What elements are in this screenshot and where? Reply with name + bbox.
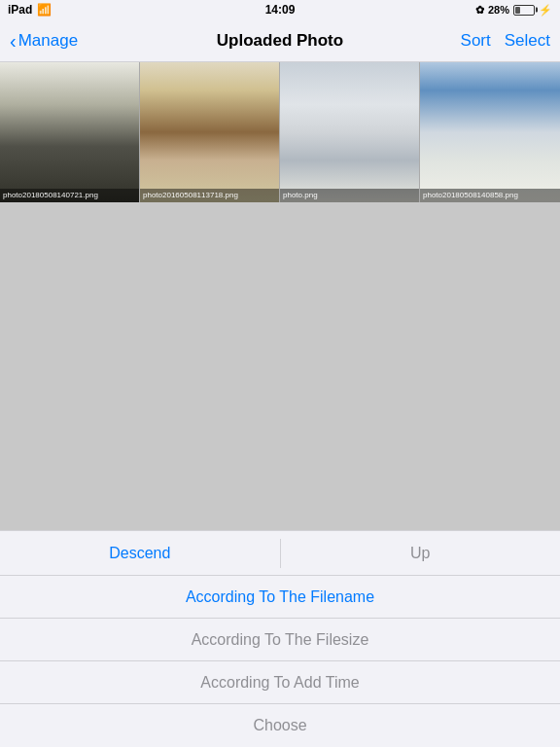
- photo-filename: photo20180508140858.png: [420, 189, 560, 202]
- select-button[interactable]: Select: [505, 31, 550, 51]
- sort-by-filesize[interactable]: According To The Filesize: [0, 619, 560, 661]
- photo-thumbnail: [140, 62, 279, 202]
- choose-button[interactable]: Choose: [0, 704, 560, 747]
- sort-direction-row: Descend Up: [0, 531, 560, 576]
- photo-item[interactable]: photo20180508140721.png: [0, 62, 140, 202]
- photo-thumbnail: [420, 62, 560, 202]
- photo-thumbnail: [0, 62, 139, 202]
- nav-bar: ‹ Manage Uploaded Photo Sort Select: [0, 19, 560, 62]
- sort-button[interactable]: Sort: [461, 31, 491, 51]
- back-button[interactable]: ‹ Manage: [10, 31, 78, 51]
- up-button[interactable]: Up: [281, 545, 561, 562]
- page-title: Uploaded Photo: [217, 31, 343, 51]
- photo-item[interactable]: photo.png: [280, 62, 420, 202]
- device-label: iPad: [8, 3, 32, 17]
- photo-thumbnail: [280, 62, 419, 202]
- nav-right: Sort Select: [461, 31, 550, 51]
- status-time: 14:09: [265, 3, 296, 17]
- back-label: Manage: [18, 31, 78, 51]
- photo-grid: photo20180508140721.png photo20160508113…: [0, 62, 560, 202]
- photo-filename: photo20180508140721.png: [0, 189, 139, 202]
- wifi-icon: 📶: [37, 3, 52, 17]
- charging-icon: ⚡: [539, 4, 552, 17]
- status-right: ✿ 28% ⚡: [475, 4, 552, 17]
- bluetooth-icon: ✿: [475, 4, 484, 17]
- status-left: iPad 📶: [8, 3, 52, 17]
- photo-filename: photo20160508113718.png: [140, 189, 279, 202]
- chevron-left-icon: ‹: [10, 31, 17, 51]
- sort-by-add-time[interactable]: According To Add Time: [0, 661, 560, 704]
- battery-percent: 28%: [488, 4, 509, 16]
- descend-button[interactable]: Descend: [0, 545, 280, 562]
- battery-icon: [513, 5, 535, 16]
- photo-item[interactable]: photo20160508113718.png: [140, 62, 280, 202]
- photo-item[interactable]: photo20180508140858.png: [420, 62, 560, 202]
- sort-by-filename[interactable]: According To The Filename: [0, 576, 560, 619]
- status-bar: iPad 📶 14:09 ✿ 28% ⚡: [0, 0, 560, 19]
- photo-filename: photo.png: [280, 189, 419, 202]
- sort-panel: Descend Up According To The Filename Acc…: [0, 530, 560, 747]
